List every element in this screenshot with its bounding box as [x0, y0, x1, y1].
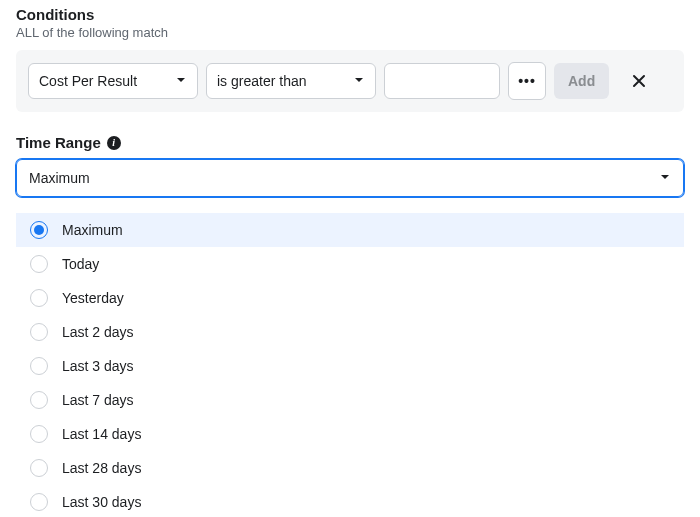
time-range-label: Time Range i — [16, 134, 684, 151]
caret-down-icon — [175, 73, 187, 89]
time-range-dropdown: MaximumTodayYesterdayLast 2 daysLast 3 d… — [16, 213, 684, 517]
time-range-option-label: Last 3 days — [62, 358, 134, 374]
operator-select[interactable]: is greater than — [206, 63, 376, 99]
time-range-option-label: Last 30 days — [62, 494, 141, 510]
time-range-option[interactable]: Last 30 days — [16, 485, 684, 517]
condition-row: Cost Per Result is greater than ••• Add — [16, 50, 684, 112]
value-input-wrap — [384, 63, 500, 99]
time-range-option[interactable]: Maximum — [16, 213, 684, 247]
time-range-option-label: Last 7 days — [62, 392, 134, 408]
radio-icon — [30, 323, 48, 341]
radio-icon — [30, 493, 48, 511]
time-range-label-text: Time Range — [16, 134, 101, 151]
add-button[interactable]: Add — [554, 63, 609, 99]
time-range-option[interactable]: Last 14 days — [16, 417, 684, 451]
ellipsis-icon: ••• — [518, 73, 536, 89]
operator-select-label: is greater than — [217, 73, 307, 89]
metric-select-label: Cost Per Result — [39, 73, 137, 89]
close-icon — [631, 73, 647, 89]
time-range-option[interactable]: Today — [16, 247, 684, 281]
time-range-option-label: Last 14 days — [62, 426, 141, 442]
radio-icon — [30, 357, 48, 375]
time-range-select[interactable]: Maximum — [16, 159, 684, 197]
metric-select[interactable]: Cost Per Result — [28, 63, 198, 99]
caret-down-icon — [353, 73, 365, 89]
radio-icon — [30, 425, 48, 443]
time-range-option-label: Last 28 days — [62, 460, 141, 476]
time-range-option[interactable]: Last 3 days — [16, 349, 684, 383]
time-range-option-label: Last 2 days — [62, 324, 134, 340]
time-range-option-label: Maximum — [62, 222, 123, 238]
radio-icon — [30, 255, 48, 273]
radio-icon — [30, 289, 48, 307]
radio-icon — [30, 459, 48, 477]
radio-icon — [30, 221, 48, 239]
value-input[interactable] — [395, 72, 489, 90]
time-range-option[interactable]: Yesterday — [16, 281, 684, 315]
info-icon[interactable]: i — [107, 136, 121, 150]
more-options-button[interactable]: ••• — [508, 62, 546, 100]
conditions-subtitle: ALL of the following match — [16, 25, 684, 40]
radio-icon — [30, 391, 48, 409]
time-range-option[interactable]: Last 28 days — [16, 451, 684, 485]
time-range-selected: Maximum — [29, 170, 90, 186]
remove-condition-button[interactable] — [621, 63, 657, 99]
time-range-option-label: Today — [62, 256, 99, 272]
time-range-option-label: Yesterday — [62, 290, 124, 306]
conditions-title: Conditions — [16, 6, 684, 23]
time-range-option[interactable]: Last 7 days — [16, 383, 684, 417]
caret-down-icon — [659, 170, 671, 186]
time-range-option[interactable]: Last 2 days — [16, 315, 684, 349]
